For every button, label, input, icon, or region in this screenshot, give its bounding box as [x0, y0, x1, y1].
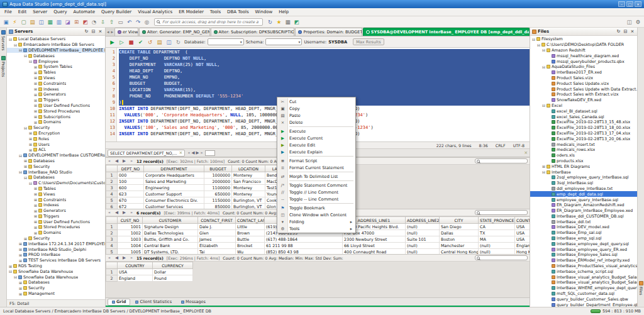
grid-cell[interactable]: Pound	[153, 275, 193, 282]
execute-icon[interactable]: ▶	[108, 38, 116, 46]
column-header[interactable]: CONTACT_FIRST	[198, 217, 236, 224]
grid-cell[interactable]: San Diego	[440, 224, 479, 230]
row-number[interactable]: 2	[106, 230, 118, 236]
last-page-icon[interactable]: »	[130, 158, 133, 163]
grid-cell[interactable]: DT Systems, LTD.	[143, 249, 198, 255]
tree-item[interactable]: oders.xls	[530, 153, 637, 158]
tree-item[interactable]: 3sql_InterBase.sql	[530, 180, 637, 186]
grid-cell[interactable]: 672	[118, 204, 144, 209]
grid-cell[interactable]: Dallas Technologies	[143, 230, 198, 236]
grid-cell[interactable]: 100	[118, 179, 144, 185]
grid-cell[interactable]: 670	[118, 197, 144, 204]
grid-cell[interactable]: (null)	[406, 224, 440, 230]
tree-item[interactable]: ⊞Domains	[7, 230, 105, 236]
expand-icon[interactable]: ⊞	[33, 92, 38, 97]
context-menu-item-delete[interactable]: ×Delete	[278, 119, 355, 126]
grid-cell[interactable]: Monterey	[232, 191, 265, 197]
collapse-icon[interactable]: ⊟	[23, 53, 28, 58]
tree-item[interactable]: ⊞Databases	[7, 280, 105, 285]
tree-item[interactable]: Product Sales Update.vizx	[530, 80, 637, 86]
tree-item[interactable]: InterBase_employee_query_ER.xed	[530, 246, 637, 252]
tree-item[interactable]: excel_BI_dataset.sql	[530, 108, 637, 114]
tree-item[interactable]: ⊞Stored Procedures	[7, 224, 105, 230]
menu-item-help[interactable]: Help	[275, 9, 292, 14]
tree-item[interactable]: medicals_rows.xlsx	[530, 147, 637, 153]
query-builder-icon[interactable]: ⊞	[72, 18, 80, 26]
first-page-icon[interactable]: «	[108, 255, 111, 260]
collapse-icon[interactable]: ⊟	[531, 37, 536, 41]
collapse-icon[interactable]: ⊟	[23, 175, 28, 180]
expand-icon[interactable]: ⊞	[28, 142, 33, 146]
grid-cell[interactable]: Customer Support	[144, 191, 204, 197]
close-icon[interactable]: ×	[97, 29, 103, 35]
grid-cell[interactable]: Monterey	[232, 185, 265, 191]
expand-icon[interactable]: ⊞	[18, 280, 23, 285]
tree-item[interactable]: query_builder_Department_Employee.qbw	[530, 302, 637, 307]
column-header[interactable]	[106, 262, 118, 269]
grid-cell[interactable]: England	[515, 243, 530, 249]
grid-search-input[interactable]	[475, 210, 528, 215]
grid-cell[interactable]: Tai	[198, 249, 236, 255]
grid-cell[interactable]: Dollar	[153, 269, 193, 275]
grid-cell[interactable]: (null)	[479, 243, 515, 249]
tree-item[interactable]: InterBase_Emp_sal.sql	[530, 230, 637, 236]
last-page-icon[interactable]: »	[130, 255, 133, 260]
menu-item-edit[interactable]: Edit	[15, 9, 30, 14]
tab-scroll-left-icon[interactable]: ◂	[106, 30, 110, 35]
grid-cell[interactable]: USA	[515, 230, 530, 236]
tree-item[interactable]: InterBase_ProductSales_visual_analytics.…	[530, 263, 637, 269]
schema-browser-icon[interactable]: ▥	[55, 18, 63, 26]
first-page-icon[interactable]: «	[108, 210, 111, 215]
column-header[interactable]: CONTACT_LAST	[236, 217, 265, 224]
tree-item[interactable]: ER_Diagram_InterBase_Employee.xed	[530, 208, 637, 214]
tree-item[interactable]: ⊞InterBase 172.24.1.34 2017 EMPLOYEE	[7, 241, 105, 246]
collapse-icon[interactable]: ⊟	[8, 269, 13, 274]
dock-tab-servers[interactable]: Servers	[1, 28, 6, 53]
grid-cell[interactable]: (null)	[406, 249, 440, 255]
tree-item[interactable]: emp_dept_ddl_data.sql	[530, 191, 637, 197]
tree-item[interactable]: InterBase_employee_dept_query.sql	[530, 241, 637, 246]
expand-icon[interactable]: ⊞	[8, 264, 13, 268]
grid-cell[interactable]: 1003	[118, 236, 143, 243]
row-number[interactable]: 2	[106, 275, 118, 282]
expand-icon[interactable]: ⊞	[33, 103, 38, 108]
grid-cell[interactable]: Boston	[440, 236, 479, 243]
tree-item[interactable]: ⊞Security	[7, 236, 105, 241]
grid-cell[interactable]: Buttle, Griffith and Co.	[143, 236, 198, 243]
tree-item[interactable]: ⊞Stored Procedures	[7, 108, 105, 114]
tree-item[interactable]: ExcelFile_2019-02-28T13_20_06.xlsx	[530, 136, 637, 141]
grid-cell[interactable]: Dallas	[440, 230, 479, 236]
tree-item[interactable]: InterBase_visual_analytics_Budget_Salary…	[530, 280, 637, 285]
last-page-icon[interactable]: »	[130, 210, 133, 215]
page-number-input[interactable]	[205, 150, 215, 156]
tree-item[interactable]: ⊞Tables	[7, 70, 105, 75]
history-icon[interactable]: ↻	[174, 38, 182, 46]
table-row[interactable]: 3600Engineering1100000MontereyTest1	[106, 185, 303, 191]
tree-item[interactable]: ⊞Views	[7, 75, 105, 81]
tree-item[interactable]: ⊞TEST Services InterBase DB Servers	[7, 258, 105, 263]
expand-icon[interactable]: ⊞	[33, 81, 38, 86]
tree-item[interactable]: excel_Sales_Canada.sql	[530, 114, 637, 119]
tree-item[interactable]: ⊟InterBase_RAD Studio	[7, 169, 105, 175]
results-tab-client-statistics[interactable]: Client Statistics	[131, 299, 176, 306]
menu-item-er-modeler[interactable]: ER Modeler	[175, 9, 207, 14]
quick-access-input[interactable]	[161, 19, 260, 25]
tree-item[interactable]: InterBase_emp_sql.sql	[530, 236, 637, 241]
collapse-icon[interactable]: ⊟	[541, 170, 546, 174]
expand-icon[interactable]: ⊞	[18, 292, 23, 296]
save-icon[interactable]: ◫	[37, 18, 45, 26]
tree-item[interactable]: ⊟Snowflake Data Warehouse	[7, 268, 105, 274]
expand-icon[interactable]: ⊞	[18, 258, 23, 263]
context-menu-item-toggle-bookmark[interactable]: ⚑Toggle Bookmark	[278, 204, 355, 211]
grid-cell[interactable]: TX	[479, 230, 515, 236]
close-icon[interactable]: ×	[179, 150, 183, 155]
grid-cell[interactable]: Glen	[198, 230, 236, 236]
expand-icon[interactable]: ⊞	[33, 114, 38, 119]
expand-icon[interactable]: ⊞	[33, 65, 38, 69]
context-menu-item-clone-window-with-content[interactable]: ◫Clone Window with Content	[278, 211, 355, 218]
grid-cell[interactable]: Dale J.	[198, 224, 236, 230]
tree-item[interactable]: ⊞Generators	[7, 92, 105, 97]
collapse-icon[interactable]: ⊟	[18, 153, 23, 158]
open-icon[interactable]: ▤	[155, 38, 164, 46]
row-number[interactable]: 4	[106, 191, 118, 197]
